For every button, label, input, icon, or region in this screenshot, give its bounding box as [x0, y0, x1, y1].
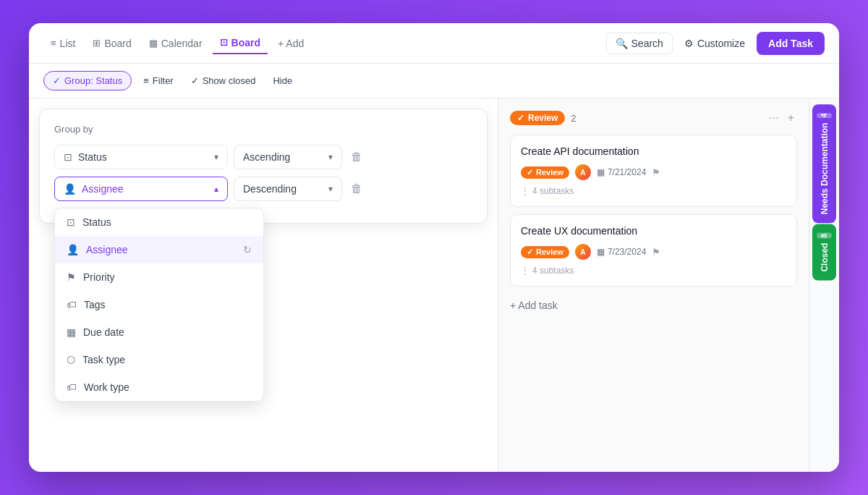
task-type-option-icon: ⬡	[67, 354, 75, 365]
dropdown-item-task-type[interactable]: ⬡ Task type	[55, 346, 263, 373]
task-title: Create API documentation	[521, 145, 786, 157]
task-meta: ✓ Review A ▦ 7/23/2024 ⚑	[521, 244, 786, 260]
check-icon: ✓	[191, 75, 199, 86]
task-card-ux-doc[interactable]: Create UX documentation ✓ Review A ▦ 7/2…	[510, 214, 797, 287]
task-subtasks: ⋮ 4 subtasks	[521, 186, 786, 196]
add-task-button[interactable]: Add Task	[757, 32, 825, 55]
work-type-option-icon: 🏷	[67, 381, 77, 393]
subtask-icon: ⋮	[521, 266, 529, 276]
tab-board[interactable]: ⊡ Board	[213, 33, 268, 54]
review-icon: ✓	[527, 248, 533, 257]
due-date-option-icon: ▦	[67, 326, 76, 338]
sort-row-assignee: 👤 Assignee ▴ Descending ▾ 🗑	[54, 177, 472, 201]
priority-option-icon: ⚑	[67, 271, 76, 283]
side-tab-label: Needs Documentation	[820, 123, 830, 215]
chevron-down-icon: ▾	[328, 184, 333, 194]
group-by-panel: Group by ⊡ Status ▾ Ascending ▾ 🗑 👤 As	[39, 109, 488, 224]
group-by-title: Group by	[54, 124, 472, 135]
task-meta: ✓ Review A ▦ 7/21/2024 ⚑	[521, 164, 786, 180]
sub-toolbar: ✓ Group: Status ≡ Filter ✓ Show closed H…	[29, 64, 839, 98]
avatar: A	[575, 164, 591, 180]
task-card-api-doc[interactable]: Create API documentation ✓ Review A ▦ 7/…	[510, 135, 797, 207]
chevron-up-icon: ▴	[214, 184, 218, 194]
show-closed-button[interactable]: ✓ Show closed	[185, 72, 262, 90]
chevron-down-icon: ▾	[214, 152, 218, 162]
review-icon: ✓	[527, 168, 533, 177]
field-dropdown-menu: ⊡ Status 👤 Assignee ↻ ⚑ Priority 🏷 Ta	[54, 208, 264, 402]
field-select-assignee[interactable]: 👤 Assignee ▴	[54, 177, 228, 201]
board-icon: ⊡	[220, 37, 228, 48]
task-date: ▦ 7/21/2024	[597, 167, 646, 177]
task-date: ▦ 7/23/2024	[597, 247, 646, 257]
assignee-field-icon: 👤	[64, 183, 76, 195]
customize-button[interactable]: ⚙ Customize	[676, 33, 754, 54]
app-window: ≡ List ⊞ Board ▦ Calendar ⊡ Board + Add …	[29, 23, 839, 472]
side-tab-label: Closed	[820, 243, 830, 272]
group-status-button[interactable]: ✓ Group: Status	[43, 71, 132, 90]
column-actions: ··· +	[766, 110, 797, 126]
review-column: ✓ Review 2 ··· + Create API documentatio…	[498, 98, 809, 472]
column-header: ✓ Review 2 ··· +	[510, 110, 797, 126]
status-field-icon: ⊡	[64, 151, 72, 163]
search-icon: 🔍	[616, 38, 628, 49]
chevron-down-icon: ▾	[328, 152, 333, 162]
side-tab-closed[interactable]: Closed 8	[812, 224, 836, 281]
tab-calendar[interactable]: ▦ Calendar	[142, 33, 210, 54]
delete-sort-assignee-button[interactable]: 🗑	[348, 179, 365, 198]
delete-sort-status-button[interactable]: 🗑	[348, 148, 365, 166]
column-add-button[interactable]: +	[785, 110, 797, 126]
tags-option-icon: 🏷	[67, 299, 77, 310]
check-circle-icon: ✓	[53, 75, 61, 86]
calendar-icon: ▦	[597, 247, 605, 257]
tab-add[interactable]: + Add	[271, 33, 311, 54]
add-task-row[interactable]: + Add task	[510, 294, 797, 317]
order-select-ascending[interactable]: Ascending ▾	[234, 145, 342, 169]
gear-icon: ⚙	[684, 38, 694, 49]
dropdown-item-status[interactable]: ⊡ Status	[55, 208, 263, 236]
task-subtasks: ⋮ 4 subtasks	[521, 266, 786, 276]
toolbar: ≡ List ⊞ Board ▦ Calendar ⊡ Board + Add …	[29, 23, 839, 64]
calendar-icon: ▦	[149, 38, 158, 48]
subtask-icon: ⋮	[521, 186, 529, 196]
side-tabs: Needs Documentation 4 Closed 8	[809, 98, 839, 472]
sort-row-status: ⊡ Status ▾ Ascending ▾ 🗑	[54, 145, 472, 169]
dropdown-item-assignee[interactable]: 👤 Assignee ↻	[55, 236, 263, 263]
review-badge-icon: ✓	[517, 113, 524, 123]
task-title: Create UX documentation	[521, 225, 786, 237]
side-tab-count: 8	[817, 233, 832, 239]
filter-button[interactable]: ≡ Filter	[137, 72, 179, 90]
board-grid-icon: ⊞	[93, 38, 101, 48]
order-select-descending[interactable]: Descending ▾	[234, 177, 342, 201]
column-more-button[interactable]: ···	[766, 110, 781, 126]
assignee-selected-badge: ↻	[243, 244, 252, 255]
field-select-status[interactable]: ⊡ Status ▾	[54, 145, 228, 169]
main-content: Group by ⊡ Status ▾ Ascending ▾ 🗑 👤 As	[29, 98, 839, 472]
tab-board-icon[interactable]: ⊞ Board	[85, 33, 138, 54]
dropdown-item-due-date[interactable]: ▦ Due date	[55, 318, 263, 346]
assignee-option-icon: 👤	[67, 244, 79, 255]
task-badge-review: ✓ Review	[521, 246, 569, 258]
task-badge-review: ✓ Review	[521, 166, 569, 179]
tab-list[interactable]: ≡ List	[43, 33, 82, 54]
flag-icon: ⚑	[652, 167, 660, 178]
dropdown-item-work-type[interactable]: 🏷 Work type	[55, 373, 263, 401]
side-tab-needs-documentation[interactable]: Needs Documentation 4	[812, 104, 836, 223]
dropdown-item-priority[interactable]: ⚑ Priority	[55, 263, 263, 291]
hide-button[interactable]: Hide	[267, 72, 298, 90]
status-option-icon: ⊡	[67, 216, 75, 228]
filter-icon: ≡	[143, 75, 149, 86]
calendar-icon: ▦	[597, 167, 605, 177]
list-icon: ≡	[51, 38, 56, 48]
dropdown-item-tags[interactable]: 🏷 Tags	[55, 291, 263, 318]
side-tab-count: 4	[817, 113, 832, 119]
search-button[interactable]: 🔍 Search	[606, 33, 673, 54]
flag-icon: ⚑	[652, 247, 660, 258]
avatar: A	[575, 244, 591, 260]
review-column-badge: ✓ Review	[510, 111, 565, 125]
